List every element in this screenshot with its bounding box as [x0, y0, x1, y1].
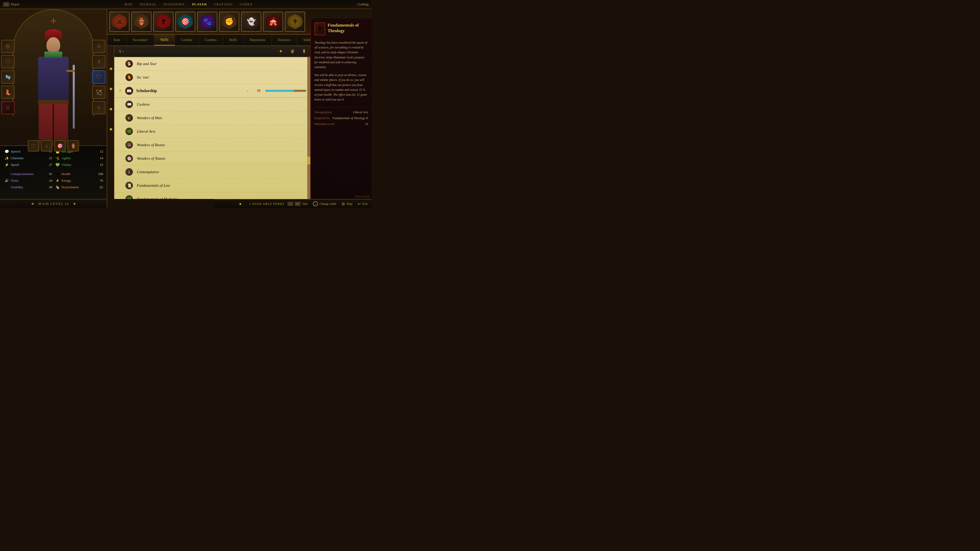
skill-icon-2[interactable]: 🏺	[131, 11, 151, 32]
scholarship-group-header[interactable]: ▼ 📖 Scholarship - 10	[115, 84, 310, 98]
health-value: 100	[96, 172, 103, 176]
equip-bottom-3[interactable]: 🎯	[54, 140, 65, 151]
skill-icon-8[interactable]: 🎪	[263, 11, 283, 32]
head-slot[interactable]: ⛨	[1, 40, 14, 53]
skill-icon-6[interactable]: ✊	[219, 11, 239, 32]
l2-button[interactable]: L2	[3, 2, 10, 6]
skill-list-scroll[interactable]: Az ✦ ♛ ⬆ 🐕 Rip and Tear	[115, 46, 310, 199]
skill-row-fundamentals-medicine[interactable]: 🌿 Fundamentals of Medicine	[115, 192, 310, 199]
prerequisition-value: Liberal Arts	[353, 110, 368, 114]
nav-inventory[interactable]: INVENTORY	[164, 2, 185, 6]
exit-control[interactable]: ↩ Exit	[358, 202, 368, 206]
agility-icon: 🤸	[55, 156, 60, 161]
skill-row-sic-em[interactable]: 🐈 Sic 'em!	[115, 71, 310, 84]
stat-visibility: 👁 Visibility 49	[4, 185, 52, 190]
tabs-control[interactable]: L1 R1 Tabs	[288, 202, 308, 206]
sort-arrow-icon[interactable]: ⬆	[302, 48, 306, 54]
tab-skills[interactable]: Skills	[154, 35, 175, 45]
tab-stats[interactable]: Stats	[107, 35, 127, 45]
change-outfit-control[interactable]: △ Change outfit	[313, 201, 336, 206]
skill-list-area: ◆ ◆ ◆ ◆ Az ✦ ♛ ⬆	[107, 46, 310, 199]
skill-row-fundamentals-law[interactable]: 📜 Fundamentals of Law	[115, 179, 310, 192]
char-level-label: MAIN LEVEL 16	[38, 202, 69, 206]
tab-combos[interactable]: Combos	[199, 35, 223, 45]
triangle-button[interactable]: △	[313, 201, 318, 206]
level-next-button[interactable]: ►	[73, 202, 76, 206]
nav-arrow-1[interactable]: ◆	[108, 67, 113, 70]
sort-star-icon[interactable]: ✦	[279, 48, 283, 54]
level-prev-button[interactable]: ◄	[30, 202, 34, 206]
char-bottom-bar: ◄ MAIN LEVEL 16 ►	[0, 199, 107, 208]
skill-row-cushion[interactable]: 📖 Cushion	[115, 98, 310, 111]
nav-arrow-4[interactable]: ◆	[108, 128, 113, 131]
sort-az[interactable]: Az	[118, 49, 124, 54]
top-nav-bar: L2 Player MAP JOURNAL INVENTORY PLAYER C…	[0, 0, 372, 9]
skill-icon-3[interactable]: 🗡	[153, 11, 173, 32]
rip-tear-name: Rip and Tear	[137, 62, 306, 66]
skill-row-wonders-nature[interactable]: 🌸 Wonders of Nature	[115, 152, 310, 165]
shield-slot[interactable]: 🛡	[92, 70, 105, 84]
skill-row-rip-and-tear[interactable]: 🐕 Rip and Tear	[115, 57, 310, 71]
skill-row-wonders-man[interactable]: 🦅 Wonders of Man	[115, 111, 310, 125]
nav-arrow-3[interactable]: ◆	[108, 108, 113, 111]
equip-bottom-1[interactable]: 🛡	[28, 140, 39, 151]
required-for-value: Fundamentals of Theology II	[332, 116, 368, 120]
detail-title: Fundamentals of Theology	[328, 22, 368, 34]
exit-icon: ↩	[358, 202, 361, 206]
tab-combat[interactable]: Combat	[175, 35, 199, 45]
chest-slot[interactable]: 🛡	[1, 55, 14, 68]
l1-button[interactable]: L1	[288, 202, 293, 206]
speech-icon: 💬	[4, 149, 9, 154]
nav-player[interactable]: PLAYER	[192, 2, 207, 6]
scroll-thumb[interactable]	[307, 157, 310, 164]
skill-row-contemplative[interactable]: 🧎 Contemplative	[115, 165, 310, 179]
help-icon: ⚙	[342, 202, 345, 206]
skill-icon-5[interactable]: 🐾	[197, 11, 218, 32]
bottom-controls: L1 R1 Tabs △ Change outfit ⚙ Help ↩ Exit…	[283, 199, 372, 208]
sort-bar: Az ✦ ♛ ⬆	[115, 46, 310, 57]
skill-icon-4[interactable]: 🎯	[175, 11, 196, 32]
nav-crafting[interactable]: CRAFTING	[214, 2, 233, 6]
cushion-name: Cushion	[137, 102, 306, 106]
tab-reputation[interactable]: Reputation	[243, 35, 272, 45]
nav-arrow-2[interactable]: ◆	[108, 87, 113, 91]
feet-slot[interactable]: 👢	[1, 86, 14, 99]
trinket-slot[interactable]: ⚜	[92, 101, 105, 114]
weapon-slot[interactable]: ⚔	[1, 101, 14, 114]
special-slot[interactable]: 🏹	[92, 86, 105, 99]
detail-description-1: Theology has been considered the queen o…	[314, 40, 368, 70]
ring-slot[interactable]: ⚙	[92, 40, 105, 53]
equip-bottom-4[interactable]: 🏺	[68, 140, 79, 151]
skill-icon-9[interactable]: ⚜	[285, 11, 305, 32]
skill-icon-7[interactable]: 👻	[241, 11, 261, 32]
sort-crown-icon[interactable]: ♛	[290, 48, 295, 54]
scholarship-name: Scholarship	[136, 89, 241, 93]
visibility-icon: 👁	[4, 185, 9, 190]
strength-value: 12	[96, 149, 103, 154]
minimum-level-value: 14	[365, 122, 368, 126]
energy-label: Energy	[62, 179, 94, 183]
equip-bottom-2[interactable]: ⚔	[41, 140, 52, 151]
conspicuousness-label: Conspicuousness	[11, 172, 44, 176]
watermark: THEGAMER	[353, 194, 372, 199]
skill-icon-1[interactable]: ⚔	[109, 11, 130, 32]
detail-description-2: You will be able to pray at shrines, cro…	[314, 73, 368, 102]
hands-slot[interactable]: 🧤	[1, 70, 14, 84]
scroll-indicator[interactable]	[307, 57, 310, 199]
tab-buffs[interactable]: Buffs	[223, 35, 243, 45]
tab-secondary[interactable]: Secondary	[127, 35, 154, 45]
r1-button[interactable]: R1	[295, 202, 301, 206]
nav-journal[interactable]: JOURNAL	[140, 2, 156, 6]
skill-row-liberal-arts[interactable]: 🌿 Liberal Arts	[115, 125, 310, 138]
skill-row-wonders-beasts[interactable]: 🐻 Wonders of Beasts	[115, 138, 310, 152]
conspicuousness-icon: 👁	[4, 171, 9, 176]
tab-statistics[interactable]: Statistics	[272, 35, 298, 45]
stat-speed: ⚡ Speed 27	[4, 162, 52, 167]
nav-codex[interactable]: CODEX	[240, 2, 253, 6]
stat-vitality: 💚 Vitality 15	[55, 162, 103, 167]
rip-tear-icon: 🐕	[124, 59, 134, 68]
amulet-slot[interactable]: 🗡	[92, 55, 105, 68]
nav-map[interactable]: MAP	[124, 2, 132, 6]
help-control[interactable]: ⚙ Help	[342, 202, 352, 206]
speed-icon: ⚡	[4, 162, 9, 167]
